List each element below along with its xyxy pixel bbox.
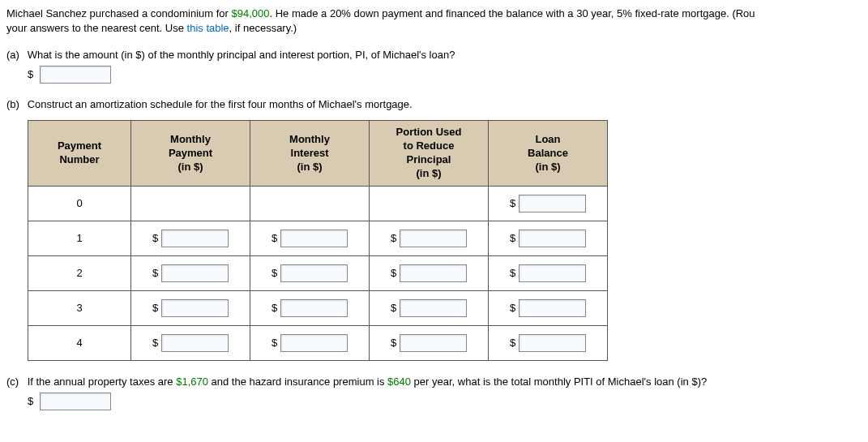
header-monthly-interest: MonthlyInterest(in $) (250, 121, 370, 187)
intro-text-3: your answers to the nearest cent. Use (6, 22, 187, 34)
part-a-label: (a) (6, 49, 24, 61)
row-3-interest-input[interactable] (280, 299, 348, 317)
row-2-payment-input[interactable] (161, 264, 229, 282)
row-3-balance-input[interactable] (519, 299, 586, 317)
row-1-principal-input[interactable] (400, 230, 467, 247)
row-0-payment (131, 186, 250, 221)
row-3-num: 3 (28, 290, 131, 325)
part-b-question: Construct an amortization schedule for t… (28, 98, 413, 110)
part-a: (a) What is the amount (in $) of the mon… (6, 49, 862, 84)
row-2-num: 2 (28, 255, 131, 290)
table-row: 3 $ $ $ $ (28, 290, 608, 325)
intro-text-1: Michael Sanchez purchased a condominium … (6, 7, 231, 19)
table-row: 2 $ $ $ $ (28, 255, 608, 290)
row-1-payment-input[interactable] (161, 230, 229, 247)
dollar-sign: $ (28, 68, 33, 80)
row-3-principal-input[interactable] (400, 299, 467, 317)
row-1-num: 1 (28, 221, 131, 255)
header-monthly-payment: MonthlyPayment(in $) (131, 121, 250, 187)
row-2-balance-input[interactable] (519, 264, 586, 282)
row-4-interest-input[interactable] (280, 334, 348, 352)
part-c-input[interactable] (40, 393, 111, 410)
dollar-sign: $ (28, 395, 33, 407)
part-b: (b) Construct an amortization schedule f… (6, 98, 862, 361)
problem-intro: Michael Sanchez purchased a condominium … (6, 6, 862, 36)
intro-amount: $94,000 (231, 7, 269, 19)
row-4-num: 4 (28, 325, 131, 360)
row-1-balance-input[interactable] (519, 230, 586, 247)
row-2-interest-input[interactable] (280, 264, 348, 282)
part-c-answer: $ (28, 393, 862, 410)
row-1-interest-input[interactable] (280, 230, 348, 247)
table-row: 4 $ $ $ $ (28, 325, 608, 360)
intro-text-4: , if necessary.) (229, 22, 297, 34)
row-4-payment-input[interactable] (161, 334, 229, 352)
part-c: (c) If the annual property taxes are $1,… (6, 375, 862, 410)
table-link[interactable]: this table (187, 22, 229, 34)
amortization-table: PaymentNumber MonthlyPayment(in $) Month… (28, 120, 608, 361)
row-4-principal-input[interactable] (400, 334, 467, 352)
row-0-interest (250, 186, 370, 221)
row-0-balance-input[interactable] (519, 195, 586, 212)
table-row: 1 $ $ $ $ (28, 221, 608, 255)
part-c-label: (c) (6, 375, 24, 388)
table-row: 0 $ (28, 186, 608, 221)
header-principal-portion: Portion Usedto ReducePrincipal(in $) (370, 121, 489, 187)
part-b-label: (b) (6, 98, 24, 110)
row-0-balance: $ (489, 186, 608, 221)
row-0-principal (370, 186, 489, 221)
part-a-answer: $ (28, 66, 862, 84)
intro-text-2: . He made a 20% down payment and finance… (269, 7, 755, 19)
part-c-question: If the annual property taxes are $1,670 … (28, 375, 708, 388)
part-a-input[interactable] (40, 66, 111, 84)
part-a-question: What is the amount (in $) of the monthly… (28, 49, 455, 61)
row-0-num: 0 (28, 186, 131, 221)
header-payment-number: PaymentNumber (28, 121, 131, 187)
row-4-balance-input[interactable] (519, 334, 586, 352)
row-2-principal-input[interactable] (400, 264, 467, 282)
row-3-payment-input[interactable] (161, 299, 229, 317)
header-loan-balance: LoanBalance(in $) (489, 121, 608, 187)
